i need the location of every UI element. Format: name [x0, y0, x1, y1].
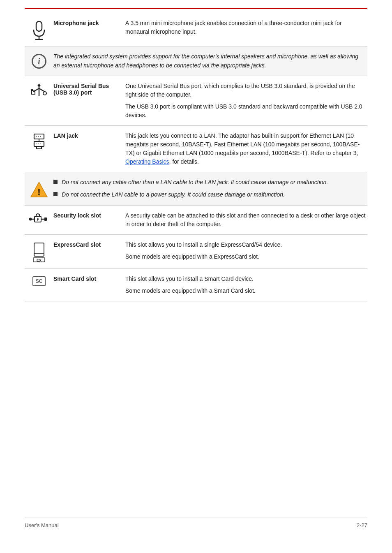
svg-text:!: !	[37, 187, 40, 197]
warning-icon-cell: !	[25, 178, 53, 199]
page: Microphone jack A 3.5 mm mini microphone…	[0, 0, 392, 553]
info-icon-cell: i	[25, 52, 53, 69]
usb-label: Universal Serial Bus (USB 3.0) port	[53, 82, 125, 96]
svg-rect-0	[36, 21, 42, 31]
info-note-row: i The integrated sound system provides s…	[25, 46, 367, 76]
svg-rect-32	[34, 243, 44, 256]
usb-row: Universal Serial Bus (USB 3.0) port One …	[25, 76, 367, 126]
security-desc: A security cable can be attached to this…	[125, 211, 367, 229]
security-row: Security lock slot A security cable can …	[25, 206, 367, 235]
smartcard-row: SC Smart Card slot This slot allows you …	[25, 269, 367, 301]
security-lock-icon	[29, 213, 49, 225]
security-icon-cell	[25, 211, 53, 225]
lan-icon	[31, 133, 47, 150]
svg-rect-11	[34, 134, 44, 139]
usb-icon-cell	[25, 82, 53, 97]
svg-rect-12	[34, 141, 44, 146]
smartcard-icon: SC	[32, 276, 46, 286]
footer-left: User's Manual	[25, 522, 59, 528]
microphone-label: Microphone jack	[53, 19, 125, 26]
microphone-row: Microphone jack A 3.5 mm mini microphone…	[25, 13, 367, 46]
svg-rect-31	[44, 217, 47, 221]
top-line	[25, 8, 367, 9]
lan-row: LAN jack This jack lets you connect to a…	[25, 126, 367, 172]
security-label: Security lock slot	[53, 211, 125, 219]
lan-label: LAN jack	[53, 132, 125, 139]
expresscard-row: EX ExpressCard slot This slot allows you…	[25, 235, 367, 269]
warning-item-1: Do not connect any cable other than a LA…	[53, 178, 363, 187]
footer-right: 2-27	[357, 522, 367, 528]
svg-line-5	[39, 88, 45, 92]
bullet-1	[53, 180, 58, 184]
smartcard-icon-cell: SC	[25, 275, 53, 286]
svg-point-28	[37, 218, 39, 220]
expresscard-desc: This slot allows you to install a single…	[125, 241, 367, 261]
svg-text:EX: EX	[37, 258, 42, 262]
bullet-2	[53, 192, 58, 196]
svg-point-25	[29, 217, 32, 220]
operating-basics-link[interactable]: Operating Basics	[125, 158, 169, 165]
lan-desc: This jack lets you connect to a LAN. The…	[125, 132, 367, 166]
usb-icon	[30, 83, 48, 97]
info-icon: i	[32, 54, 46, 69]
svg-point-10	[31, 89, 33, 91]
expresscard-icon: EX	[31, 242, 47, 263]
expresscard-icon-cell: EX	[25, 241, 53, 263]
microphone-desc: A 3.5 mm mini microphone jack enables co…	[125, 19, 367, 36]
warning-row: ! Do not connect any cable other than a …	[25, 172, 367, 205]
smartcard-label: Smart Card slot	[53, 275, 125, 282]
microphone-icon	[31, 21, 47, 40]
lan-icon-cell	[25, 132, 53, 150]
expresscard-label: ExpressCard slot	[53, 241, 125, 248]
warning-icon: !	[30, 180, 48, 199]
page-footer: User's Manual 2-27	[25, 518, 367, 528]
info-note-text: The integrated sound system provides sup…	[53, 52, 367, 70]
usb-desc: One Universal Serial Bus port, which com…	[125, 82, 367, 120]
warning-item-2: Do not connect the LAN cable to a power …	[53, 190, 363, 199]
svg-marker-8	[37, 83, 41, 87]
svg-point-7	[43, 92, 46, 95]
warning-content: Do not connect any cable other than a LA…	[53, 178, 367, 199]
smartcard-desc: This slot allows you to install a Smart …	[125, 275, 367, 295]
microphone-icon-cell	[25, 19, 53, 40]
